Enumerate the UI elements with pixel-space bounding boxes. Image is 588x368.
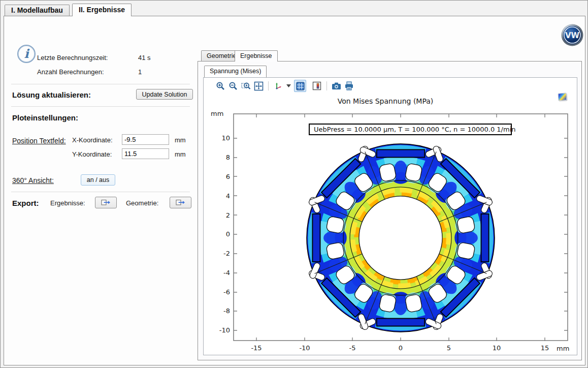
last-computation-value: 41 s	[138, 54, 151, 62]
svg-text:VW: VW	[565, 31, 580, 40]
y-tick-label: 4	[210, 192, 230, 200]
tab-ergebnisse-plot[interactable]: Ergebnisse	[235, 50, 278, 62]
plot-settings-heading: Ploteinstellungen:	[12, 113, 78, 122]
image-snapshot-icon[interactable]	[331, 81, 341, 91]
graphics-toolbar	[204, 78, 576, 94]
x-coordinate-input[interactable]	[122, 134, 169, 145]
y-tick-label: 8	[210, 154, 230, 161]
plot-annotation-box: UebPress = 10.0000 μm, T = 100.000 °C, n…	[309, 124, 512, 135]
fem-stress-plot	[299, 136, 502, 340]
x-tick-label: -10	[295, 344, 315, 352]
y-tick-label: 10	[210, 134, 230, 142]
view-360-toggle-button[interactable]: an / aus	[81, 174, 115, 186]
print-icon[interactable]	[344, 81, 354, 91]
info-icon: i	[17, 45, 36, 63]
x-unit-label: mm	[175, 136, 186, 144]
x-tick-label: -15	[246, 344, 267, 352]
computation-count-label: Anzahl Berechnungen:	[37, 68, 104, 76]
x-tick-label: 5	[439, 344, 459, 352]
textfield-position-label: Position Textfeld:	[12, 137, 66, 145]
update-solution-button[interactable]: Update Solution	[136, 89, 193, 100]
last-computation-label: Letzte Berechnungszeit:	[37, 54, 108, 62]
export-icon	[101, 199, 111, 206]
y-axis-unit: mm	[211, 110, 223, 117]
computation-count-value: 1	[138, 68, 142, 76]
x-tick-label: 10	[486, 344, 507, 352]
export-geometry-label: Geometrie:	[126, 199, 158, 207]
y-tick-label: -6	[210, 288, 230, 296]
vw-logo: VW	[561, 23, 584, 47]
color-legend-icon[interactable]	[312, 81, 322, 91]
y-tick-label: 2	[210, 211, 230, 219]
y-tick-label: 0	[210, 230, 230, 238]
export-heading: Export:	[12, 199, 39, 207]
tab-ergebnisse[interactable]: II. Ergebnisse	[72, 4, 132, 16]
plot-title: Von Mises Spannung (MPa)	[233, 97, 538, 105]
x-tick-label: 15	[535, 344, 555, 352]
divider	[11, 106, 190, 107]
zoom-out-icon[interactable]	[228, 81, 238, 91]
y-coordinate-label: Y-Koordinate:	[72, 150, 112, 158]
view-360-label: 360° Ansicht:	[12, 176, 54, 185]
view-dropdown-caret-icon[interactable]	[285, 81, 291, 91]
export-results-button[interactable]	[95, 197, 117, 208]
y-unit-label: mm	[175, 150, 186, 158]
x-tick-label: -5	[342, 344, 363, 352]
y-tick-label: -4	[210, 269, 230, 277]
view-orientation-icon[interactable]	[273, 81, 283, 91]
x-axis-unit: mm	[557, 345, 569, 352]
grid-icon[interactable]	[294, 80, 306, 92]
toolbar-separator	[326, 81, 327, 90]
toolbar-separator	[268, 81, 269, 90]
zoom-extents-icon[interactable]	[253, 81, 264, 91]
y-tick-label: -10	[210, 326, 230, 334]
x-tick-label: 0	[390, 344, 411, 352]
tab-spannung-mises[interactable]: Spannung (Mises)	[204, 66, 267, 77]
application-window: I. Modellaufbau II. Ergebnisse i Letzte …	[0, 0, 588, 368]
divider	[11, 84, 190, 84]
plot-thumbnail-icon[interactable]	[558, 93, 567, 101]
x-coordinate-label: X-Koordinate:	[72, 136, 113, 144]
export-results-label: Ergebnisse:	[50, 199, 85, 207]
y-tick-label: -2	[210, 250, 230, 257]
update-solution-label: Lösung aktualisieren:	[12, 90, 91, 99]
zoom-in-icon[interactable]	[215, 81, 225, 91]
tab-modellaufbau[interactable]: I. Modellaufbau	[5, 5, 70, 16]
export-icon	[176, 199, 185, 206]
y-tick-label: 6	[210, 173, 230, 180]
divider	[11, 192, 190, 192]
zoom-box-icon[interactable]	[241, 81, 251, 91]
export-geometry-button[interactable]	[170, 197, 191, 208]
y-coordinate-input[interactable]	[122, 148, 169, 159]
y-tick-label: -8	[210, 307, 230, 315]
